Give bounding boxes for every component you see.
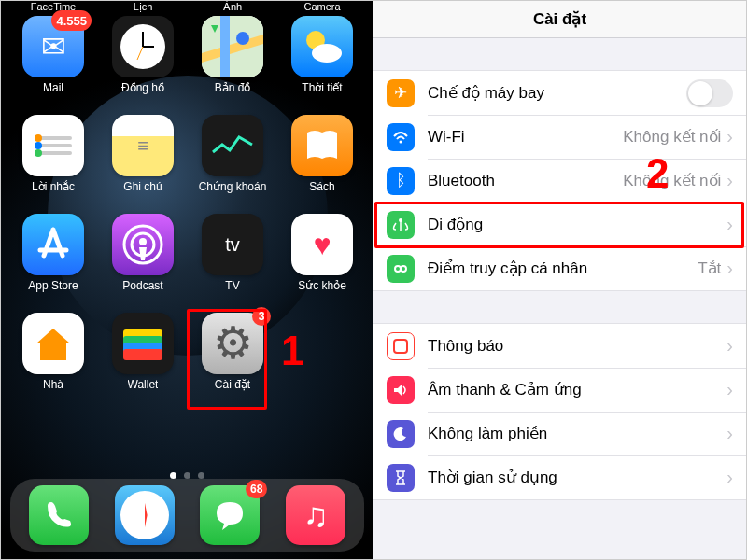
svg-point-8: [312, 44, 342, 63]
reminders-app-icon[interactable]: [22, 115, 84, 176]
notifications-icon: [387, 332, 415, 360]
page-dot: [184, 472, 190, 479]
app-label: Thời tiết: [302, 81, 342, 96]
page-dot: [198, 472, 204, 479]
home-app-icon[interactable]: [22, 313, 84, 374]
app-label: Lời nhắc: [32, 180, 75, 195]
row-label: Điểm truy cập cá nhân: [428, 259, 698, 278]
row-detail: Tắt: [698, 259, 721, 278]
svg-point-15: [401, 266, 406, 272]
row-label: Âm thanh & Cảm ứng: [428, 380, 726, 399]
app-label: App Store: [28, 279, 78, 294]
app-label: Cài đặt: [215, 378, 250, 393]
row-sounds[interactable]: Âm thanh & Cảm ứng ›: [374, 368, 746, 412]
row-wifi[interactable]: Wi-Fi Không kết nối ›: [374, 115, 746, 159]
row-cellular[interactable]: Di động ›: [374, 203, 746, 246]
mail-badge: 4.555: [51, 10, 92, 31]
settings-group-connectivity: ✈ Chế độ máy bay Wi-Fi Không kết nối › ᛒ…: [374, 70, 746, 291]
page-title: Cài đặt: [533, 9, 586, 29]
app-label: Sách: [309, 180, 334, 195]
row-label: Wi-Fi: [428, 128, 623, 147]
app-label: Ghi chú: [123, 180, 162, 195]
svg-point-12: [400, 140, 402, 143]
app-grid: FaceTime ✉4.555 Mail Lịch Đồng hồ Ảnh Bả…: [1, 1, 374, 393]
wifi-icon: [387, 123, 415, 151]
row-label: Bluetooth: [428, 172, 623, 190]
svg-point-11: [139, 238, 147, 245]
svg-point-13: [399, 218, 402, 222]
home-screen: FaceTime ✉4.555 Mail Lịch Đồng hồ Ảnh Bả…: [1, 1, 374, 560]
row-detail: Không kết nối: [623, 171, 721, 190]
chevron-right-icon: ›: [726, 126, 733, 147]
podcast-app-icon[interactable]: [112, 214, 174, 275]
safari-app-icon[interactable]: [115, 485, 175, 545]
app-label: Sức khỏe: [298, 279, 346, 294]
dnd-icon: [387, 420, 415, 448]
phone-app-icon[interactable]: [29, 485, 89, 545]
mail-app-icon[interactable]: ✉4.555: [22, 16, 84, 77]
health-app-icon[interactable]: ♥: [291, 214, 353, 275]
tv-app-icon[interactable]: tv: [202, 214, 263, 275]
sounds-icon: [387, 376, 415, 404]
chevron-right-icon: ›: [726, 214, 733, 235]
dock: 68 ♫: [10, 479, 364, 552]
music-app-icon[interactable]: ♫: [286, 485, 345, 545]
app-label: Nhà: [43, 378, 63, 393]
screentime-icon: [387, 464, 415, 492]
chevron-right-icon: ›: [726, 335, 733, 357]
airplane-toggle[interactable]: [686, 79, 733, 107]
page-indicator[interactable]: [1, 472, 374, 479]
row-notifications[interactable]: Thông báo ›: [374, 324, 746, 368]
chevron-right-icon: ›: [726, 258, 733, 279]
row-screen-time[interactable]: Thời gian sử dụng ›: [374, 455, 746, 499]
app-label: Chứng khoán: [199, 180, 267, 195]
gear-icon: ⚙: [213, 321, 253, 366]
row-bluetooth[interactable]: ᛒ Bluetooth Không kết nối ›: [374, 159, 746, 203]
app-label: Wallet: [128, 378, 159, 393]
appstore-app-icon[interactable]: [22, 214, 84, 275]
page-dot: [170, 472, 176, 479]
svg-point-5: [236, 32, 249, 45]
app-label: TV: [225, 279, 239, 294]
prev-label: Camera: [303, 1, 340, 14]
app-label: Podcast: [122, 279, 162, 294]
books-app-icon[interactable]: [291, 115, 353, 176]
row-label: Thời gian sử dụng: [428, 468, 726, 487]
settings-badge: 3: [252, 307, 271, 326]
airplane-icon: ✈: [387, 79, 415, 107]
settings-app-icon[interactable]: ⚙3: [202, 313, 263, 374]
nav-bar: Cài đặt: [374, 1, 746, 38]
row-dnd[interactable]: Không làm phiền ›: [374, 412, 746, 455]
row-detail: Không kết nối: [623, 127, 721, 147]
bluetooth-icon: ᛒ: [387, 167, 415, 195]
row-hotspot[interactable]: Điểm truy cập cá nhân Tắt ›: [374, 246, 746, 290]
settings-group-general: Thông báo › Âm thanh & Cảm ứng › Không l…: [374, 323, 746, 500]
chevron-right-icon: ›: [726, 170, 733, 191]
row-label: Di động: [428, 215, 726, 234]
app-label: Mail: [43, 81, 63, 96]
prev-label: Lịch: [134, 1, 153, 14]
app-label: Bản đồ: [215, 81, 251, 96]
messages-badge: 68: [246, 480, 267, 498]
wallet-app-icon[interactable]: [112, 313, 174, 374]
stocks-app-icon[interactable]: [202, 115, 263, 176]
notes-app-icon[interactable]: ≡: [112, 115, 174, 176]
chevron-right-icon: ›: [726, 423, 733, 444]
clock-app-icon[interactable]: [112, 16, 174, 77]
chevron-right-icon: ›: [726, 467, 733, 488]
weather-app-icon[interactable]: [291, 16, 353, 77]
maps-app-icon[interactable]: [202, 16, 263, 77]
cellular-icon: [387, 211, 415, 239]
settings-screen: Cài đặt ✈ Chế độ máy bay Wi-Fi Không kết…: [374, 1, 746, 560]
messages-app-icon[interactable]: 68: [200, 485, 260, 545]
app-label: Đồng hồ: [121, 81, 164, 96]
prev-label: Ảnh: [223, 1, 242, 14]
hotspot-icon: [387, 255, 415, 283]
row-airplane-mode[interactable]: ✈ Chế độ máy bay: [374, 71, 746, 115]
row-label: Thông báo: [428, 337, 726, 356]
chevron-right-icon: ›: [726, 379, 733, 400]
row-label: Không làm phiền: [428, 424, 726, 443]
row-label: Chế độ máy bay: [428, 83, 686, 103]
